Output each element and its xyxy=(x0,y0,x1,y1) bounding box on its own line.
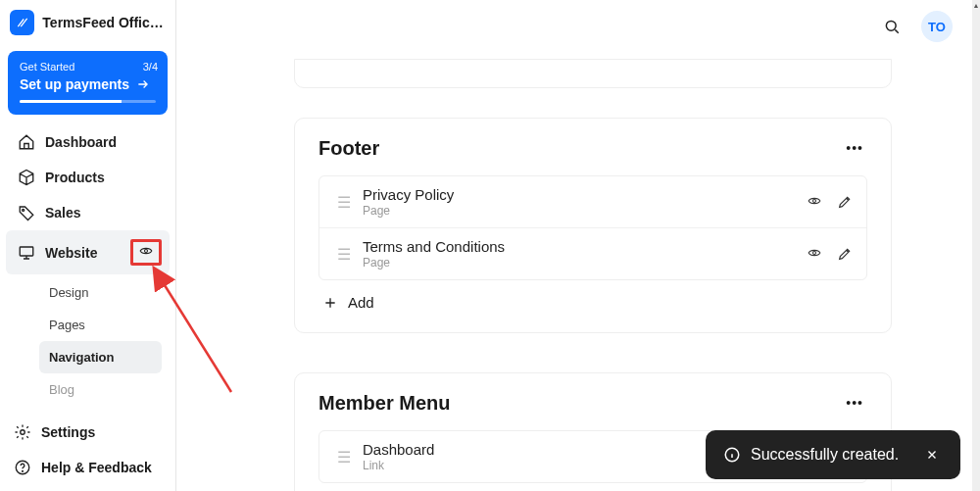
tag-icon xyxy=(18,204,35,221)
sidebar: TermsFeed Office... Get Started 3/4 Set … xyxy=(0,0,176,491)
eye-icon[interactable] xyxy=(806,194,823,210)
previous-section-card-stub xyxy=(294,59,892,88)
subnav-blog[interactable]: Blog xyxy=(39,373,162,406)
svg-point-7 xyxy=(812,199,815,202)
subnav-navigation[interactable]: Navigation xyxy=(39,341,162,373)
toast-success: Successfully created. xyxy=(706,430,960,479)
section-title: Footer xyxy=(318,137,379,160)
more-menu-icon[interactable]: ••• xyxy=(842,391,867,415)
box-icon xyxy=(18,169,35,186)
subnav-pages[interactable]: Pages xyxy=(39,309,162,341)
info-icon xyxy=(723,446,741,464)
item-title: Terms and Conditions xyxy=(363,238,794,255)
sidebar-item-label: Website xyxy=(45,245,97,261)
eye-icon[interactable] xyxy=(806,246,823,262)
brand[interactable]: TermsFeed Office... xyxy=(0,0,175,45)
drag-handle-icon[interactable]: ☰ xyxy=(333,193,351,212)
get-started-label: Get Started xyxy=(20,61,156,73)
item-title: Privacy Policy xyxy=(363,186,794,203)
home-icon xyxy=(18,133,35,151)
section-title: Member Menu xyxy=(318,392,450,415)
main-area: TO Footer ••• ☰ Privacy Policy Page xyxy=(176,0,980,491)
drag-handle-icon[interactable]: ☰ xyxy=(333,245,351,264)
subnav-design[interactable]: Design xyxy=(39,276,162,309)
sidebar-item-products[interactable]: Products xyxy=(6,160,170,195)
search-icon[interactable] xyxy=(882,17,902,36)
get-started-card[interactable]: Get Started 3/4 Set up payments xyxy=(8,51,168,115)
sidebar-item-label: Help & Feedback xyxy=(41,460,152,475)
add-button[interactable]: Add xyxy=(318,280,867,311)
list-item[interactable]: ☰ Terms and Conditions Page xyxy=(319,228,866,279)
subnav-label: Pages xyxy=(49,318,85,332)
svg-rect-1 xyxy=(20,247,33,256)
subnav-label: Navigation xyxy=(49,350,114,365)
pencil-icon[interactable] xyxy=(837,194,853,210)
toast-message: Successfully created. xyxy=(751,446,899,464)
subnav-label: Design xyxy=(49,285,88,300)
svg-point-3 xyxy=(21,430,25,435)
get-started-progress-text: 3/4 xyxy=(143,61,158,73)
sidebar-item-dashboard[interactable]: Dashboard xyxy=(6,124,170,160)
website-preview-highlight xyxy=(130,239,162,266)
svg-point-5 xyxy=(23,470,24,471)
footer-list: ☰ Privacy Policy Page ☰ Terms xyxy=(318,175,867,280)
topbar: TO xyxy=(882,0,980,53)
sidebar-item-settings[interactable]: Settings xyxy=(2,415,173,450)
sidebar-item-label: Products xyxy=(45,170,105,185)
drag-handle-icon[interactable]: ☰ xyxy=(333,448,351,466)
help-icon xyxy=(14,459,31,476)
close-icon[interactable] xyxy=(921,444,943,466)
brand-logo xyxy=(10,10,34,35)
gear-icon xyxy=(14,423,31,441)
sidebar-item-label: Sales xyxy=(45,205,81,221)
list-item[interactable]: ☰ Privacy Policy Page xyxy=(319,176,866,228)
sidebar-item-sales[interactable]: Sales xyxy=(6,195,170,230)
plus-icon xyxy=(322,295,338,311)
website-subnav: Design Pages Navigation Blog xyxy=(4,274,172,410)
get-started-main-label: Set up payments xyxy=(20,76,129,92)
svg-point-2 xyxy=(144,249,147,252)
avatar[interactable]: TO xyxy=(921,11,953,42)
brand-title: TermsFeed Office... xyxy=(42,15,166,30)
scroll-up-icon[interactable]: ▲ xyxy=(972,0,980,10)
get-started-progress-bar xyxy=(20,100,156,103)
item-subtitle: Page xyxy=(363,204,794,218)
pencil-icon[interactable] xyxy=(837,246,853,262)
sidebar-item-help[interactable]: Help & Feedback xyxy=(2,450,173,485)
item-subtitle: Page xyxy=(363,256,794,270)
add-label: Add xyxy=(348,294,374,311)
more-menu-icon[interactable]: ••• xyxy=(842,136,867,160)
arrow-right-icon xyxy=(135,77,151,91)
section-footer: Footer ••• ☰ Privacy Policy Page xyxy=(294,118,892,333)
sidebar-item-label: Dashboard xyxy=(45,134,117,150)
monitor-icon xyxy=(18,244,35,262)
sidebar-item-website[interactable]: Website xyxy=(6,230,170,274)
sidebar-item-label: Settings xyxy=(41,424,95,440)
avatar-initials: TO xyxy=(928,20,946,34)
svg-point-6 xyxy=(886,21,896,30)
svg-point-0 xyxy=(23,209,24,211)
eye-icon[interactable] xyxy=(137,244,155,258)
svg-point-8 xyxy=(812,251,815,254)
page-scrollbar[interactable]: ▲ xyxy=(972,0,980,491)
subnav-label: Blog xyxy=(49,382,74,397)
